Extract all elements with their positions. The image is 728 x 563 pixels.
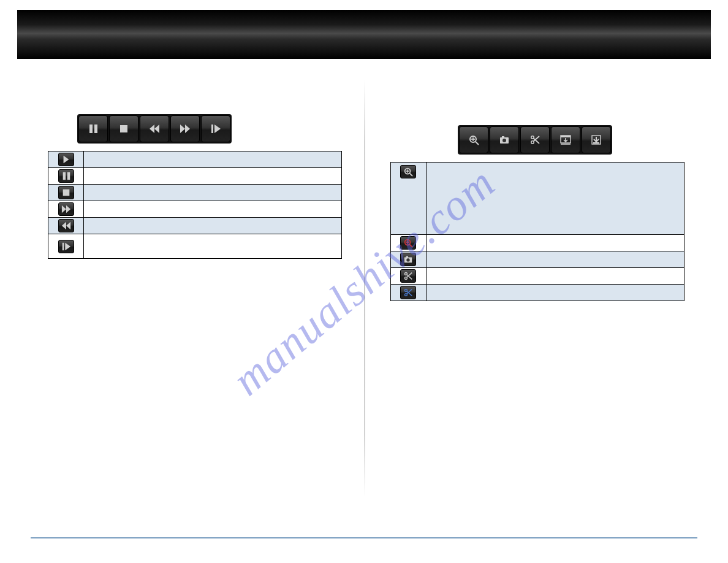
table-row — [390, 251, 684, 268]
tools-table — [390, 162, 684, 301]
video-download-button[interactable] — [551, 126, 580, 153]
table-row — [48, 234, 342, 259]
page-divider — [364, 80, 365, 497]
pause-icon — [58, 169, 74, 183]
table-row — [48, 185, 342, 201]
rewind-icon — [58, 219, 74, 232]
stop-desc — [84, 185, 342, 201]
table-row — [390, 235, 684, 251]
zoom-in-icon — [400, 165, 416, 178]
clip-button[interactable] — [520, 126, 550, 153]
table-row — [48, 168, 342, 185]
step-button[interactable] — [201, 115, 230, 142]
play-desc — [84, 151, 342, 168]
table-row — [390, 163, 684, 235]
header-band — [17, 10, 711, 59]
fastforward-button[interactable] — [170, 115, 200, 142]
tools-toolbar — [458, 125, 612, 155]
rewind-desc — [84, 218, 342, 234]
table-row — [48, 151, 342, 168]
camera-icon — [400, 253, 416, 266]
zoom-desc — [426, 163, 684, 235]
zoom-button[interactable] — [459, 126, 488, 153]
download-button[interactable] — [582, 126, 611, 153]
zoom-red-desc — [426, 235, 684, 251]
pause-button[interactable] — [78, 115, 108, 142]
playback-toolbar — [77, 114, 232, 144]
footer-rule — [31, 537, 697, 538]
zoom-in-red-icon — [400, 236, 416, 250]
table-row — [390, 268, 684, 285]
camera-desc — [426, 251, 684, 268]
snapshot-button[interactable] — [490, 126, 519, 153]
step-desc — [84, 234, 342, 259]
table-row — [48, 201, 342, 218]
scissors-blue-icon — [400, 286, 416, 299]
scissors-icon — [400, 269, 416, 283]
rewind-button[interactable] — [140, 115, 169, 142]
pause-desc — [84, 168, 342, 185]
scissors-blue-desc — [426, 285, 684, 301]
ffwd-desc — [84, 201, 342, 218]
step-icon — [58, 240, 74, 253]
stop-icon — [58, 186, 74, 199]
table-row — [390, 285, 684, 301]
table-row — [48, 218, 342, 234]
stop-button[interactable] — [109, 115, 138, 142]
play-icon — [58, 153, 74, 166]
fastforward-icon — [58, 202, 74, 216]
playback-table — [48, 151, 342, 259]
scissors-desc — [426, 268, 684, 285]
